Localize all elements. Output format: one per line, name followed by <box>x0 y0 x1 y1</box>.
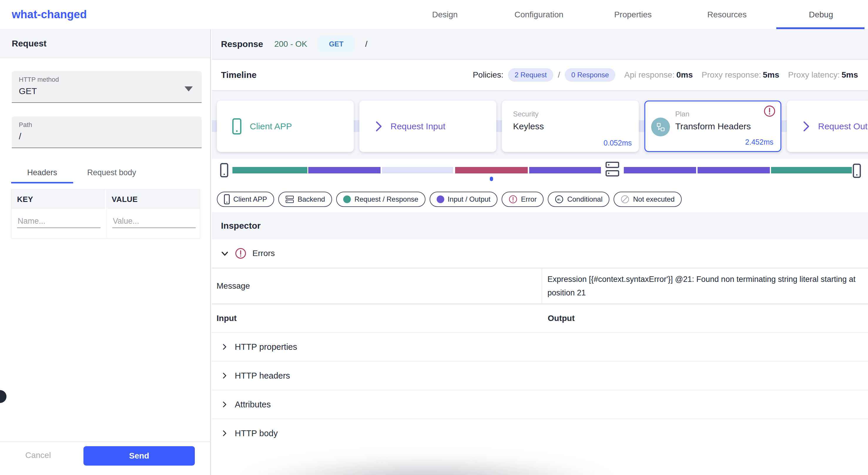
badge-separator: / <box>558 70 560 80</box>
card-plan-transform-headers[interactable]: Plan Transform Headers 2.452ms <box>644 100 781 152</box>
metric-value: 5ms <box>842 70 858 80</box>
cancel-button[interactable]: Cancel <box>24 450 53 460</box>
selected-policy-marker <box>490 177 493 181</box>
chevron-right-icon <box>222 343 227 351</box>
legend-label: Client APP <box>233 195 267 203</box>
errors-section-toggle[interactable]: Errors <box>212 239 868 267</box>
message-label: Message <box>212 269 542 303</box>
chevron-right-icon <box>802 121 810 132</box>
edge-notch <box>0 390 6 403</box>
card-security-keyless[interactable]: Security Keyless 0.052ms <box>502 100 639 152</box>
proxy-response-metric: Proxy response: 5ms <box>702 70 779 80</box>
top-bar: what-changed Design Configuration Proper… <box>0 0 868 29</box>
value-column-header: VALUE <box>105 189 200 209</box>
flowchart-icon <box>656 122 665 132</box>
active-tab-underline <box>776 27 865 29</box>
policy-category: Security <box>513 110 639 118</box>
debug-page: what-changed Design Configuration Proper… <box>0 0 868 475</box>
chevron-right-icon <box>222 400 227 409</box>
inspector-header: Inspector <box>212 212 868 239</box>
tab-properties[interactable]: Properties <box>586 0 680 29</box>
phone-icon <box>224 194 230 205</box>
request-panel: Request HTTP method GET Path / Headers R… <box>0 29 211 475</box>
value-cell <box>106 209 202 238</box>
chevron-right-icon <box>375 121 382 132</box>
input-column-header: Input <box>217 314 237 323</box>
request-title: Request <box>12 38 46 49</box>
timeline-bar-segment <box>698 167 770 173</box>
chevron-right-icon <box>222 372 227 380</box>
chevron-down-icon <box>221 249 229 258</box>
metric-label: Api response: <box>624 70 674 80</box>
path-field[interactable]: Path / <box>12 116 202 148</box>
timeline-bar-segment <box>529 167 601 173</box>
section-label: HTTP headers <box>235 371 290 381</box>
section-attributes[interactable]: Attributes <box>212 390 868 419</box>
key-cell <box>11 209 106 238</box>
top-tabs: Design Configuration Properties Resource… <box>398 0 868 29</box>
timeline-bar-segment <box>771 167 852 173</box>
header-value-input[interactable] <box>112 215 196 228</box>
footer-divider <box>0 442 210 442</box>
tab-label: Resources <box>707 10 747 20</box>
policy-name: Keyless <box>513 121 639 131</box>
http-method-select[interactable]: HTTP method GET <box>12 71 202 103</box>
path-label: Path <box>19 121 194 129</box>
section-label: HTTP properties <box>235 342 297 352</box>
error-icon <box>508 195 518 204</box>
server-icon <box>285 195 294 204</box>
timeline-header: Timeline Policies: 2 Request / 0 Respons… <box>212 60 868 91</box>
section-label: Attributes <box>235 400 271 410</box>
legend-request-response[interactable]: Request / Response <box>336 191 425 207</box>
status-badge: 200 - OK <box>274 39 307 49</box>
table-row <box>11 209 200 238</box>
tab-headers[interactable]: Headers <box>11 164 73 182</box>
section-http-body[interactable]: HTTP body <box>212 419 868 447</box>
send-button[interactable]: Send <box>84 446 195 466</box>
card-request-input[interactable]: Request Input <box>360 100 496 152</box>
input-output-header-row: Input Output <box>212 304 868 332</box>
active-tab-underline <box>11 182 73 183</box>
legend-label: Error <box>521 195 536 203</box>
card-label: Request Input <box>391 121 445 131</box>
legend-label: Backend <box>298 195 325 203</box>
tab-request-body[interactable]: Request body <box>73 164 150 182</box>
svg-text:IF..: IF.. <box>557 198 561 201</box>
policies-label: Policies: <box>473 70 503 80</box>
phone-icon <box>232 118 242 135</box>
section-http-properties[interactable]: HTTP properties <box>212 333 868 361</box>
section-label: HTTP body <box>235 428 278 438</box>
section-http-headers[interactable]: HTTP headers <box>212 361 868 390</box>
message-value-cell: Expression [{#context.syntaxError'}] @21… <box>542 269 868 303</box>
server-icon <box>605 160 620 179</box>
teal-dot-icon <box>343 196 351 203</box>
http-method-label: HTTP method <box>19 76 194 84</box>
headers-table-head: KEY VALUE <box>11 189 200 209</box>
errors-label: Errors <box>252 249 275 258</box>
legend-error[interactable]: Error <box>502 191 544 207</box>
legend-backend[interactable]: Backend <box>278 191 332 207</box>
legend-not-executed[interactable]: Not executed <box>614 191 681 207</box>
tab-design[interactable]: Design <box>398 0 492 29</box>
timeline-bar-segment <box>382 167 453 173</box>
legend-label: Request / Response <box>354 195 418 203</box>
legend-label: Input / Output <box>448 195 490 203</box>
legend-input-output[interactable]: Input / Output <box>430 191 497 207</box>
legend-conditional[interactable]: IF.. Conditional <box>548 191 610 207</box>
request-policies-badge[interactable]: 2 Request <box>508 68 553 82</box>
conditional-icon: IF.. <box>555 195 564 204</box>
legend-label: Not executed <box>633 195 674 203</box>
card-label: Client APP <box>250 121 292 131</box>
tab-debug[interactable]: Debug <box>774 0 868 29</box>
card-request-output[interactable]: Request Output <box>787 100 868 152</box>
legend-client-app[interactable]: Client APP <box>217 191 274 207</box>
header-name-input[interactable] <box>17 215 100 228</box>
card-client-app[interactable]: Client APP <box>217 100 354 152</box>
output-column-header: Output <box>548 314 575 323</box>
tab-resources[interactable]: Resources <box>680 0 774 29</box>
timeline-title: Timeline <box>221 70 256 80</box>
tab-configuration[interactable]: Configuration <box>492 0 586 29</box>
response-policies-badge[interactable]: 0 Response <box>565 68 615 82</box>
request-panel-header: Request <box>0 29 210 58</box>
response-path: / <box>365 39 368 49</box>
